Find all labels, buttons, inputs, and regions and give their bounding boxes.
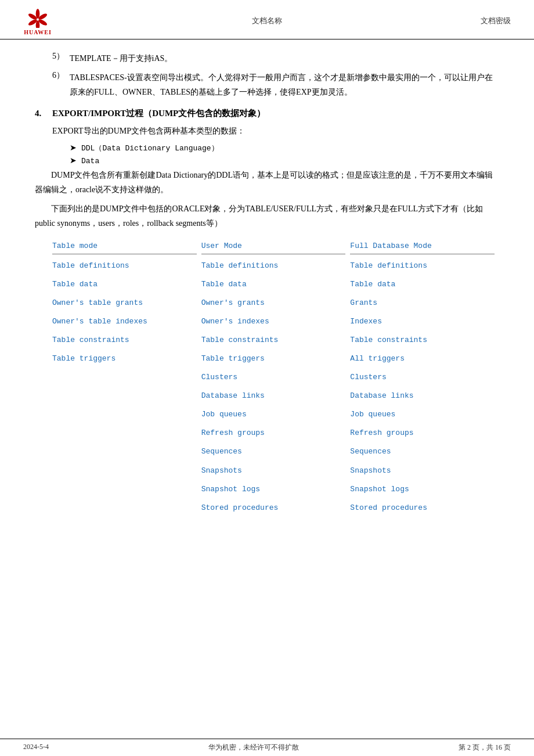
- para-2: DUMP文件包含所有重新创建Data Dictionary的DDL语句，基本上是…: [35, 168, 499, 197]
- row-12-col-3: Snapshots: [350, 463, 499, 479]
- row-4-col-1: Owner's table indexes: [52, 314, 201, 330]
- row-13-col-2: Snapshot logs: [201, 481, 351, 498]
- table-row: Owner's table grants Owner's grants Gran…: [52, 295, 499, 311]
- table-row: - Stored procedures Stored procedures: [52, 500, 499, 516]
- table-row: - Snapshot logs Snapshot logs: [52, 481, 499, 498]
- footer-classification: 华为机密，未经许可不得扩散: [208, 743, 299, 753]
- row-11-col-2: Sequences: [201, 444, 351, 460]
- table-row: Table data Table data Table data: [52, 276, 499, 293]
- row-8-col-3: Database links: [350, 388, 499, 404]
- row-11-col-3: Sequences: [350, 444, 499, 460]
- main-content: 5） TEMPLATE－用于支持iAS。 6） TABLESPACES-设置表空…: [0, 39, 534, 530]
- table-row: Table triggers Table triggers All trigge…: [52, 351, 499, 367]
- bullet-data-text: Data: [81, 157, 99, 165]
- table-row: Table constraints Table constraints Tabl…: [52, 332, 499, 348]
- row-6-col-2: Table triggers: [201, 351, 351, 367]
- section-4-heading: 4. EXPORT/IMPORT过程（DUMP文件包含的数据对象）: [35, 108, 499, 119]
- row-9-col-3: Job queues: [350, 406, 499, 423]
- bullet-arrow-2: ➤: [70, 156, 81, 165]
- row-2-col-3: Table data: [350, 276, 499, 293]
- row-8-col-2: Database links: [201, 388, 351, 404]
- table-row: - Snapshots Snapshots: [52, 463, 499, 479]
- section-4-title: EXPORT/IMPORT过程（DUMP文件包含的数据对象）: [52, 108, 265, 119]
- row-1-col-3: Table definitions: [350, 258, 499, 274]
- row-1-col-2: Table definitions: [201, 258, 351, 274]
- doc-level-label: 文档密级: [464, 16, 511, 26]
- row-12-col-2: Snapshots: [201, 463, 351, 479]
- bullet-ddl: ➤ DDL（Data Dictionary Language）: [35, 143, 499, 153]
- table-row: - Refresh groups Refresh groups: [52, 425, 499, 441]
- svg-point-0: [36, 9, 40, 19]
- table-row: - Job queues Job queues: [52, 406, 499, 423]
- bullet-data: ➤ Data: [35, 156, 499, 165]
- row-10-col-3: Refresh groups: [350, 425, 499, 441]
- row-3-col-2: Owner's grants: [201, 295, 351, 311]
- bullet-arrow-1: ➤: [70, 143, 81, 153]
- bullet-ddl-text: DDL（Data Dictionary Language）: [81, 143, 219, 153]
- item-6: 6） TABLESPACES-设置表空间导出模式。个人觉得对于一般用户而言，这个…: [35, 70, 499, 99]
- page: HUAWEI 文档名称 文档密级 5） TEMPLATE－用于支持iAS。 6）…: [0, 0, 534, 756]
- table-divider: [52, 254, 499, 254]
- row-2-col-2: Table data: [201, 276, 351, 293]
- logo-label: HUAWEI: [24, 29, 52, 35]
- data-table: Table mode User Mode Full Database Mode …: [35, 239, 499, 516]
- para-3: 下面列出的是DUMP文件中包括的ORACLE对象，分为TABLE/USER/FU…: [35, 201, 499, 231]
- row-2-col-1: Table data: [52, 276, 201, 293]
- row-11-col-1: -: [52, 444, 201, 460]
- table-header-col-1: Table mode: [52, 239, 201, 253]
- divider-2: [201, 254, 346, 254]
- table-row: Table definitions Table definitions Tabl…: [52, 258, 499, 274]
- row-5-col-1: Table constraints: [52, 332, 201, 348]
- row-3-col-1: Owner's table grants: [52, 295, 201, 311]
- divider-1: [52, 254, 197, 254]
- table-header-col-2: User Mode: [201, 239, 351, 253]
- row-6-col-1: Table triggers: [52, 351, 201, 367]
- row-7-col-2: Clusters: [201, 369, 351, 386]
- footer: 2024-5-4 华为机密，未经许可不得扩散 第 2 页，共 16 页: [0, 739, 534, 756]
- table-row: - Clusters Clusters: [52, 369, 499, 386]
- huawei-logo-icon: [23, 6, 52, 28]
- logo-area: HUAWEI: [23, 6, 52, 35]
- item-6-num: 6）: [52, 70, 70, 99]
- table-row: - Sequences Sequences: [52, 444, 499, 460]
- row-4-col-2: Owner's indexes: [201, 314, 351, 330]
- row-10-col-2: Refresh groups: [201, 425, 351, 441]
- row-12-col-1: -: [52, 463, 201, 479]
- row-9-col-2: Job queues: [201, 406, 351, 423]
- item-5-text: TEMPLATE－用于支持iAS。: [70, 51, 172, 66]
- table-header-row: Table mode User Mode Full Database Mode: [52, 239, 499, 253]
- footer-page-info: 第 2 页，共 16 页: [459, 743, 511, 753]
- row-10-col-1: -: [52, 425, 201, 441]
- footer-date: 2024-5-4: [23, 743, 49, 753]
- row-7-col-3: Clusters: [350, 369, 499, 386]
- row-5-col-2: Table constraints: [201, 332, 351, 348]
- item-5: 5） TEMPLATE－用于支持iAS。: [35, 51, 499, 66]
- row-14-col-1: -: [52, 500, 201, 516]
- table-header-col-3: Full Database Mode: [350, 239, 499, 253]
- row-13-col-1: -: [52, 481, 201, 498]
- row-14-col-3: Stored procedures: [350, 500, 499, 516]
- para-1: EXPORT导出的DUMP文件包含两种基本类型的数据：: [35, 124, 499, 138]
- table-row: - Database links Database links: [52, 388, 499, 404]
- row-4-col-3: Indexes: [350, 314, 499, 330]
- row-5-col-3: Table constraints: [350, 332, 499, 348]
- divider-3: [350, 254, 495, 254]
- header: HUAWEI 文档名称 文档密级: [0, 0, 534, 39]
- section-4-num: 4.: [35, 109, 52, 118]
- doc-name-label: 文档名称: [70, 16, 464, 26]
- row-1-col-1: Table definitions: [52, 258, 201, 274]
- row-7-col-1: -: [52, 369, 201, 386]
- row-14-col-2: Stored procedures: [201, 500, 351, 516]
- item-5-num: 5）: [52, 51, 70, 66]
- row-13-col-3: Snapshot logs: [350, 481, 499, 498]
- row-9-col-1: -: [52, 406, 201, 423]
- row-8-col-1: -: [52, 388, 201, 404]
- row-6-col-3: All triggers: [350, 351, 499, 367]
- item-6-text: TABLESPACES-设置表空间导出模式。个人觉得对于一般用户而言，这个才是新…: [70, 70, 499, 99]
- row-3-col-3: Grants: [350, 295, 499, 311]
- table-row: Owner's table indexes Owner's indexes In…: [52, 314, 499, 330]
